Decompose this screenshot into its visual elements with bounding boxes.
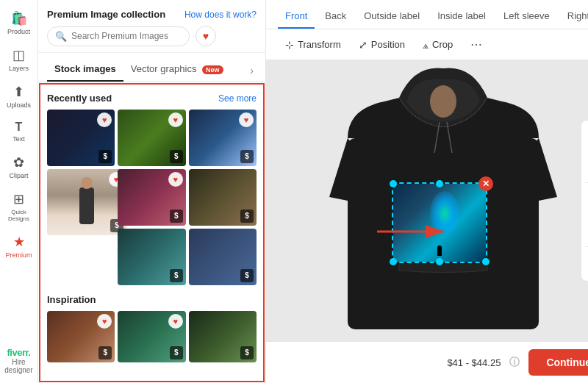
position-button[interactable]: ⤢ Position [351,35,412,54]
panel-content: Recently used See more ♥ $ ♥ $ ♥ $ [38,82,265,383]
tab-inside-label[interactable]: Inside label [430,6,493,29]
bottom-bar: $41 - $44.25 ⓘ Continue [266,341,588,383]
list-item[interactable]: ♥ $ [47,169,126,235]
position-icon: ⤢ [359,39,368,51]
product-icon: 🛍️ [11,10,27,26]
text-icon: T [15,121,23,134]
search-input[interactable] [71,31,182,41]
recently-used-grid: ♥ $ ♥ $ ♥ $ ♥ $ ♥ $ [47,110,257,285]
handle-bottom-left[interactable] [390,258,397,265]
canvas-area: ✕ [266,60,588,341]
recently-used-header: Recently used See more [47,93,257,104]
premium-icon: ★ [13,234,25,250]
quick-designs-icon: ⊞ [13,191,24,207]
list-item[interactable]: $ [189,229,257,285]
recently-used-title: Recently used [47,93,112,104]
figure-silhouette [437,246,442,256]
layers-icon: ◫ [12,47,25,63]
price-display: $41 - $44.25 [447,357,501,368]
handle-top-mid[interactable] [436,180,443,187]
tab-outside-label[interactable]: Outside label [356,6,427,29]
heart-icon: ♥ [168,314,183,329]
sidebar-item-layers[interactable]: ◫ Layers [2,43,36,76]
list-item[interactable]: ♥ $ [118,311,185,362]
info-icon[interactable]: ⓘ [509,356,520,369]
heart-icon: ♥ [97,112,112,127]
premium-badge: $ [170,150,183,163]
inspiration-header: Inspiration [47,294,257,305]
list-item[interactable]: ♥ $ [189,110,257,166]
tab-left-sleeve[interactable]: Left sleeve [496,6,557,29]
tab-stock-images[interactable]: Stock images [47,59,123,82]
sidebar-item-product[interactable]: 🛍️ Product [2,6,36,40]
favorites-button[interactable]: ♥ [196,26,216,46]
main-area: Front Back Outside label Inside label Le… [266,0,588,383]
more-options-button[interactable]: ⋯ [466,34,487,55]
sidebar-item-text[interactable]: T Text [2,116,36,147]
premium-badge: $ [240,150,254,163]
heart-icon: ♥ [168,112,183,127]
list-item[interactable]: $ [189,169,257,226]
panel-title-row: Premium Image collection How does it wor… [47,9,257,20]
search-bar: 🔍 [47,26,190,46]
tab-front[interactable]: Front [278,6,315,29]
premium-badge: $ [170,269,183,282]
inspiration-title: Inspiration [47,294,96,305]
hire-designer-label: Hiredesigner [4,358,32,374]
continue-button[interactable]: Continue [528,349,588,376]
heart-icon: ♥ [97,314,112,329]
list-item[interactable]: ♥ $ [118,169,185,226]
list-item[interactable]: ♥ $ [47,311,115,362]
premium-badge: $ [240,210,254,223]
transform-icon: ⊹ [285,39,294,51]
panel-tabs: Stock images Vector graphics New › [38,53,265,82]
fiverr-section[interactable]: fiverr. Hiredesigner [4,347,32,377]
person-head [81,177,93,189]
handle-top-left[interactable] [390,180,397,187]
new-badge: New [202,65,223,74]
panel-header: Premium Image collection How does it wor… [38,0,265,53]
annotation-arrow [377,221,451,243]
person-silhouette [79,187,94,224]
tab-back[interactable]: Back [318,6,354,29]
premium-badge: $ [170,346,183,359]
crop-icon: ⟁ [423,39,429,51]
sidebar-item-quick-designs[interactable]: ⊞ QuickDesigns [2,187,36,226]
view-tabs: Front Back Outside label Inside label Le… [266,0,588,29]
search-icon: 🔍 [55,31,67,42]
premium-badge: $ [240,346,254,359]
tool-bar: ⊹ Transform ⤢ Position ⟁ Crop ⋯ [266,29,588,60]
fiverr-logo: fiverr. [4,347,32,358]
premium-badge: $ [98,346,112,359]
how-link[interactable]: How does it work? [184,10,257,20]
premium-badge: $ [240,269,254,282]
sidebar-item-premium[interactable]: ★ Premium [2,229,36,263]
list-item[interactable]: ♥ $ [118,110,185,166]
list-item[interactable]: ♥ $ [47,110,115,166]
remove-image-button[interactable]: ✕ [478,176,493,191]
uploads-icon: ⬆ [13,84,24,100]
panel-title: Premium Image collection [47,9,165,20]
handle-bottom-mid[interactable] [436,258,443,265]
tab-vector-graphics[interactable]: Vector graphics New [123,59,231,82]
tab-right[interactable]: Right ! [560,6,588,29]
product-mockup: ✕ [326,65,561,337]
crop-button[interactable]: ⟁ Crop [415,35,460,54]
heart-icon: ♥ [239,112,254,127]
sidebar-item-uploads[interactable]: ⬆ Uploads [2,79,36,113]
premium-badge: $ [98,150,112,163]
premium-badge: $ [170,210,183,223]
heart-icon: ♥ [168,172,183,187]
image-panel: Premium Image collection How does it wor… [38,0,266,383]
left-sidebar: 🛍️ Product ◫ Layers ⬆ Uploads T Text ✿ C… [0,0,38,383]
svg-point-1 [430,85,456,118]
tab-scroll-arrow[interactable]: › [247,62,257,79]
right-tools-panel [581,120,588,282]
see-more-link[interactable]: See more [218,93,257,104]
inspiration-grid: ♥ $ ♥ $ $ [47,311,257,362]
transform-button[interactable]: ⊹ Transform [278,35,348,54]
list-item[interactable]: $ [189,311,257,362]
handle-bottom-right[interactable] [482,258,490,265]
list-item[interactable]: $ [118,229,185,285]
sidebar-item-clipart[interactable]: ✿ Clipart [2,150,36,184]
